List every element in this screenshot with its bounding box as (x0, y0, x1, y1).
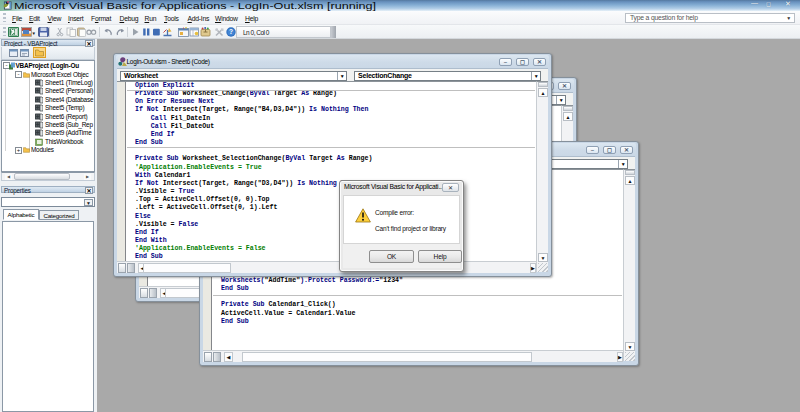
svg-text:?: ? (229, 28, 233, 35)
